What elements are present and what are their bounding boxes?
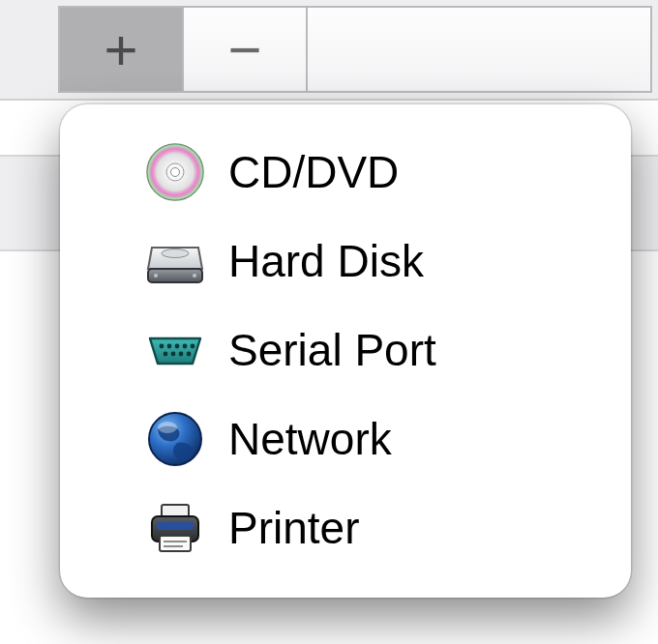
hard-disk-icon	[139, 225, 211, 297]
menu-item-serial-port[interactable]: Serial Port	[83, 306, 612, 395]
svg-point-9	[167, 344, 172, 349]
menu-item-hard-disk[interactable]: Hard Disk	[83, 217, 612, 306]
serial-port-icon	[139, 314, 211, 386]
menu-item-label: Printer	[228, 502, 359, 554]
svg-point-7	[193, 274, 196, 278]
svg-point-15	[179, 352, 184, 357]
toolbar-segment: + −	[58, 6, 652, 93]
svg-point-11	[183, 344, 188, 349]
disc-icon	[139, 136, 211, 208]
menu-item-cd-dvd[interactable]: CD/DVD	[83, 128, 612, 217]
svg-point-16	[187, 352, 192, 357]
svg-point-10	[175, 344, 180, 349]
svg-point-13	[164, 352, 168, 357]
add-hardware-menu: CD/DVD Hard Disk	[60, 104, 631, 598]
printer-icon	[139, 492, 211, 564]
menu-item-label: Serial Port	[228, 324, 436, 376]
toolbar-spacer	[308, 8, 650, 91]
globe-icon	[139, 403, 211, 475]
svg-point-8	[160, 344, 164, 349]
menu-item-label: Hard Disk	[228, 235, 424, 287]
remove-button[interactable]: −	[184, 8, 308, 91]
svg-rect-22	[160, 536, 191, 551]
svg-point-3	[171, 168, 180, 177]
svg-point-18	[158, 422, 177, 433]
svg-point-4	[162, 249, 189, 258]
toolbar: + −	[0, 0, 658, 101]
menu-item-label: Network	[228, 413, 392, 465]
menu-item-label: CD/DVD	[228, 146, 399, 198]
menu-item-network[interactable]: Network	[83, 395, 612, 483]
svg-rect-21	[157, 522, 194, 530]
menu-item-printer[interactable]: Printer	[83, 483, 612, 572]
svg-point-14	[171, 352, 176, 357]
svg-point-12	[191, 344, 195, 349]
svg-point-6	[154, 274, 158, 278]
add-button[interactable]: +	[60, 8, 184, 91]
